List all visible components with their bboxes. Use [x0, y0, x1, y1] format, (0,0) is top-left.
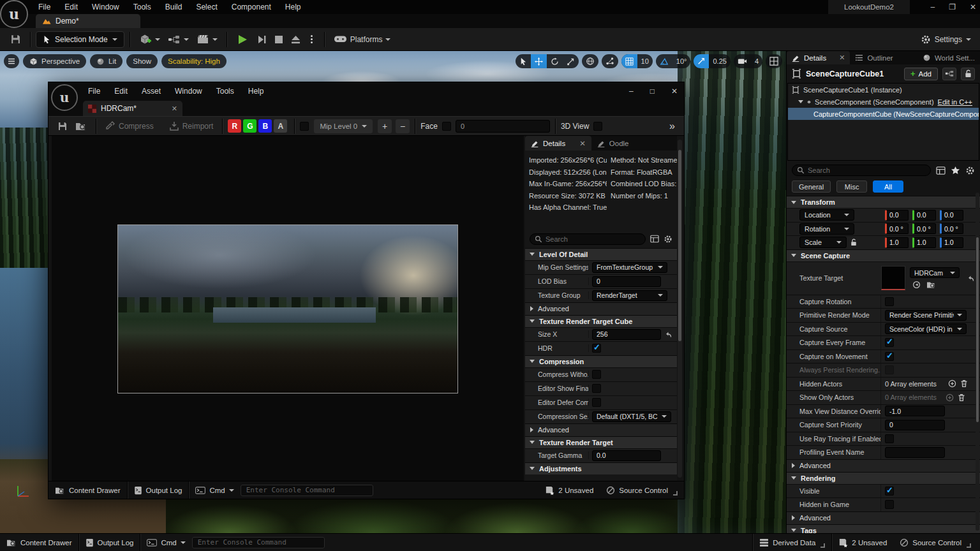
camera-speed-value[interactable]: 4 — [751, 54, 762, 68]
cmd-dropdown[interactable]: Cmd — [140, 534, 191, 551]
cinematics-button[interactable] — [193, 31, 221, 48]
location-y-input[interactable] — [912, 210, 936, 221]
section-rendering[interactable]: Rendering — [787, 472, 980, 484]
restore-button[interactable]: ❐ — [949, 3, 956, 11]
add-actor-button[interactable] — [135, 30, 164, 49]
trash-icon[interactable] — [960, 379, 968, 388]
editor-defer-checkbox[interactable] — [592, 398, 601, 407]
angle-snap-toggle[interactable] — [656, 54, 672, 68]
menu-edit[interactable]: Edit — [58, 1, 84, 13]
texture-preview-viewport[interactable] — [52, 136, 524, 482]
details-scrollbar[interactable] — [976, 193, 979, 531]
texed-menu-file[interactable]: File — [82, 85, 107, 98]
capture-sort-priority-input[interactable] — [885, 420, 945, 430]
lod-bias-input[interactable] — [592, 276, 661, 287]
texed-save-button[interactable] — [54, 118, 71, 135]
derived-data-button[interactable]: Derived Data — [753, 534, 831, 551]
unsaved-button[interactable]: 2 Unsaved — [832, 534, 893, 551]
lod-advanced-expander[interactable]: Advanced — [525, 302, 677, 315]
texed-console-input[interactable] — [241, 485, 373, 496]
texed-menu-help[interactable]: Help — [242, 85, 271, 98]
mip-minus-button[interactable]: − — [396, 119, 410, 133]
tab-details[interactable]: Details ✕ — [787, 51, 850, 64]
texed-cmd-dropdown[interactable]: Cmd — [189, 481, 240, 499]
texture-target-dropdown[interactable]: HDRCam — [910, 267, 960, 278]
mip-checkbox[interactable] — [300, 122, 309, 131]
tab-world-settings[interactable]: World Sett... — [917, 51, 980, 64]
editor-show-final-checkbox[interactable] — [592, 384, 601, 393]
texed-oodle-tab[interactable]: Oodle — [591, 136, 635, 151]
location-dropdown[interactable]: Location — [799, 209, 854, 221]
location-z-input[interactable] — [940, 210, 963, 221]
menu-select[interactable]: Select — [189, 1, 223, 13]
filter-general[interactable]: General — [792, 180, 831, 193]
grid-snap-toggle[interactable] — [621, 54, 637, 68]
face-input[interactable] — [456, 120, 550, 133]
texed-menu-tools[interactable]: Tools — [210, 85, 241, 98]
scale-snap-value[interactable]: 0.25 — [709, 54, 730, 68]
texed-details-tab[interactable]: Details ✕ — [525, 136, 591, 151]
texed-details-search[interactable] — [530, 233, 646, 245]
reimport-button[interactable]: Reimport — [165, 118, 218, 135]
scale-x-input[interactable] — [885, 237, 909, 248]
texed-content-drawer-button[interactable]: Content Drawer — [48, 481, 127, 499]
stop-button[interactable] — [271, 32, 287, 47]
texed-menu-window[interactable]: Window — [168, 85, 209, 98]
tab-outliner[interactable]: Outliner — [850, 51, 898, 64]
angle-snap-value[interactable]: 10° — [672, 54, 691, 68]
section-adjustments[interactable]: Adjustments — [525, 462, 677, 474]
channel-a-button[interactable]: A — [274, 119, 287, 133]
channel-g-button[interactable]: G — [243, 119, 256, 133]
compress-without-checkbox[interactable] — [592, 370, 601, 379]
menu-build[interactable]: Build — [159, 1, 189, 13]
minimize-button[interactable]: – — [930, 3, 935, 11]
section-texture-render-target-cube[interactable]: Texture Render Target Cube — [525, 315, 677, 327]
texed-tab-hdrcam[interactable]: HDRCam* ✕ — [83, 101, 182, 116]
browse-to-asset-icon[interactable] — [926, 281, 936, 289]
camera-speed-button[interactable] — [734, 54, 751, 68]
show-dropdown[interactable]: Show — [126, 54, 158, 68]
mip-gen-settings-dropdown[interactable]: FromTextureGroup — [592, 262, 667, 273]
viewport-options-button[interactable] — [4, 54, 19, 68]
tree-row-scene-component[interactable]: SceneComponent (SceneComponent) Edit in … — [788, 96, 979, 108]
console-input[interactable] — [192, 537, 325, 548]
texed-close-button[interactable]: ✕ — [671, 87, 678, 96]
world-space-button[interactable] — [582, 54, 598, 68]
channel-r-button[interactable]: R — [228, 119, 241, 133]
trash-icon[interactable] — [958, 393, 965, 402]
channel-b-button[interactable]: B — [258, 119, 272, 133]
platforms-dropdown[interactable]: Platforms — [330, 32, 395, 47]
section-level-of-detail[interactable]: Level Of Detail — [525, 248, 677, 260]
filter-misc[interactable]: Misc — [836, 180, 867, 193]
reset-to-default-icon[interactable] — [664, 330, 672, 339]
scalability-button[interactable]: Scalability: High — [161, 54, 226, 68]
select-tool-button[interactable] — [516, 54, 531, 68]
texed-menu-asset[interactable]: Asset — [135, 85, 167, 98]
menu-component[interactable]: Component — [225, 1, 278, 13]
section-texture-render-target[interactable]: Texture Render Target — [525, 436, 677, 448]
tree-row-capture-component[interactable]: CaptureComponentCube (NewSceneCaptureCom… — [788, 108, 979, 120]
section-transform[interactable]: Transform — [787, 196, 980, 208]
scale-lock-icon[interactable] — [850, 239, 857, 246]
viewport-layout-button[interactable] — [766, 54, 782, 68]
scale-y-input[interactable] — [912, 237, 936, 248]
texed-details-scrollbar[interactable] — [678, 140, 682, 478]
rotation-dropdown[interactable]: Rotation — [799, 223, 854, 235]
texed-source-control-button[interactable]: Source Control — [600, 481, 684, 499]
texed-browse-button[interactable] — [71, 118, 91, 135]
use-ray-tracing-checkbox[interactable] — [885, 434, 894, 443]
play-options-button[interactable] — [304, 36, 319, 43]
save-button[interactable] — [6, 31, 25, 48]
location-x-input[interactable] — [885, 210, 909, 221]
section-compression[interactable]: Compression — [525, 355, 677, 367]
rotation-x-input[interactable] — [885, 223, 909, 234]
reset-to-default-icon[interactable] — [967, 274, 975, 283]
edit-in-cpp-link[interactable]: Edit in C++ — [938, 98, 975, 106]
mip-plus-button[interactable]: + — [378, 119, 392, 133]
compression-settings-dropdown[interactable]: Default (DXT1/5, BC — [592, 411, 671, 422]
scale-tool-button[interactable] — [563, 54, 579, 68]
add-component-button[interactable]: + Add — [904, 68, 938, 80]
primitive-render-mode-dropdown[interactable]: Render Scene Primitive — [885, 310, 967, 321]
lit-dropdown[interactable]: Lit — [90, 54, 122, 68]
section-tags[interactable]: Tags — [787, 524, 980, 534]
